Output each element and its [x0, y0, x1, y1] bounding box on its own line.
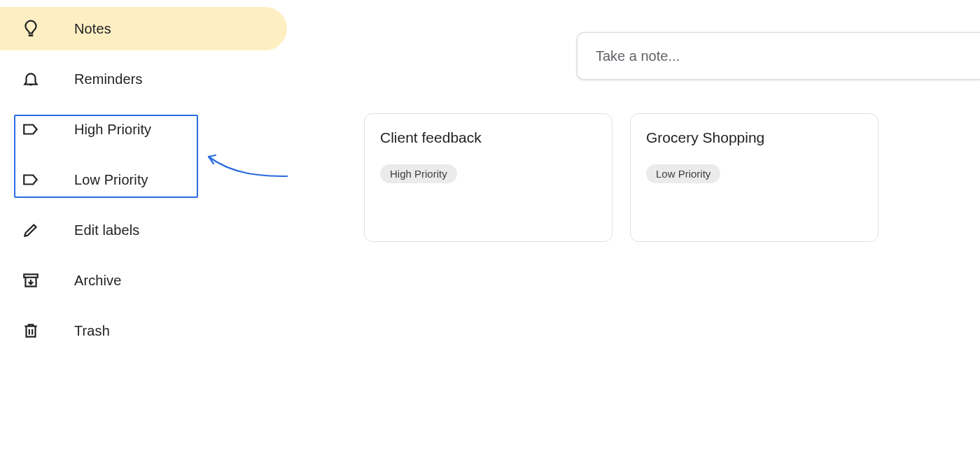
- sidebar-label-notes: Notes: [74, 21, 111, 37]
- sidebar-item-label-high-priority[interactable]: High Priority: [0, 108, 287, 151]
- sidebar-item-label-low-priority[interactable]: Low Priority: [0, 158, 287, 201]
- sidebar-item-reminders[interactable]: Reminders: [0, 57, 287, 101]
- sidebar-label-low-priority: Low Priority: [74, 172, 148, 188]
- sidebar-item-notes[interactable]: Notes: [0, 7, 287, 50]
- label-icon: [21, 170, 41, 189]
- sidebar-label-trash: Trash: [74, 323, 110, 339]
- archive-icon: [21, 271, 41, 290]
- note-title: Client feedback: [380, 129, 596, 146]
- take-a-note-input[interactable]: Take a note...: [577, 32, 980, 80]
- note-card[interactable]: Client feedback High Priority: [364, 113, 612, 242]
- note-label-chip[interactable]: Low Priority: [646, 164, 720, 183]
- take-a-note-placeholder: Take a note...: [596, 48, 680, 64]
- sidebar-item-trash[interactable]: Trash: [0, 309, 287, 352]
- note-card[interactable]: Grocery Shopping Low Priority: [630, 113, 878, 242]
- sidebar-label-archive: Archive: [74, 273, 121, 289]
- trash-icon: [21, 321, 41, 341]
- note-title: Grocery Shopping: [646, 129, 862, 146]
- sidebar-label-high-priority: High Priority: [74, 122, 151, 138]
- lightbulb-icon: [21, 19, 41, 38]
- sidebar-item-edit-labels[interactable]: Edit labels: [0, 208, 287, 252]
- sidebar-item-archive[interactable]: Archive: [0, 259, 287, 302]
- sidebar-label-reminders: Reminders: [74, 71, 143, 87]
- sidebar-label-edit-labels: Edit labels: [74, 222, 139, 238]
- sidebar: Notes Reminders High Priority Low Priori…: [0, 7, 287, 359]
- svg-rect-0: [24, 274, 38, 277]
- bell-icon: [21, 69, 41, 89]
- note-label-chip[interactable]: High Priority: [380, 164, 457, 183]
- label-icon: [21, 120, 41, 139]
- pencil-icon: [21, 220, 41, 240]
